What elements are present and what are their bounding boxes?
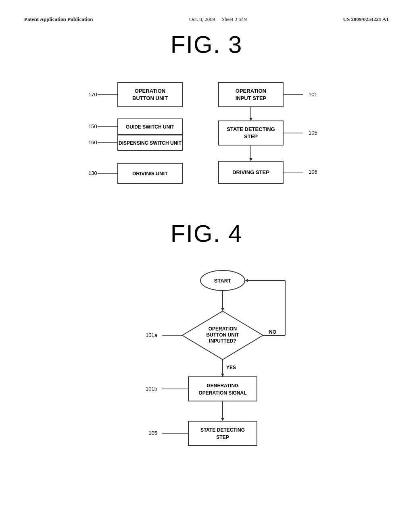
header-date: Oct. 8, 2009: [189, 16, 215, 22]
svg-text:INPUT STEP: INPUT STEP: [236, 95, 267, 101]
svg-marker-20: [249, 158, 252, 161]
fig3-svg: OPERATION BUTTON UNIT GUIDE SWITCH UNIT …: [86, 75, 327, 195]
svg-text:DISPENSING SWITCH UNIT: DISPENSING SWITCH UNIT: [119, 140, 182, 146]
svg-text:106: 106: [309, 169, 317, 175]
svg-text:STATE DETECTING: STATE DETECTING: [200, 427, 245, 433]
header-left: Patent Application Publication: [24, 16, 93, 23]
svg-text:OPERATION: OPERATION: [209, 326, 237, 332]
svg-text:DRIVING UNIT: DRIVING UNIT: [132, 170, 168, 177]
svg-text:BUTTON UNIT: BUTTON UNIT: [132, 95, 168, 101]
fig3-title: FIG. 3: [24, 31, 389, 58]
fig4-title: FIG. 4: [24, 220, 389, 247]
svg-marker-45: [221, 374, 224, 377]
svg-text:DRIVING STEP: DRIVING STEP: [232, 169, 269, 175]
svg-text:NO: NO: [269, 329, 276, 335]
svg-text:STEP: STEP: [216, 434, 229, 440]
svg-rect-51: [188, 377, 257, 401]
fig4-container: START OPERATION BUTTON UNIT INPUTTED? NO…: [24, 264, 389, 489]
svg-rect-0: [118, 83, 182, 107]
svg-text:105: 105: [148, 430, 157, 436]
page: Patent Application Publication Oct. 8, 2…: [0, 0, 413, 532]
svg-text:INPUTTED?: INPUTTED?: [209, 338, 236, 344]
svg-marker-18: [249, 118, 252, 121]
svg-text:BUTTON UNIT: BUTTON UNIT: [206, 332, 239, 338]
header: Patent Application Publication Oct. 8, 2…: [24, 16, 389, 23]
svg-text:150: 150: [88, 123, 97, 129]
fig3-diagram: OPERATION BUTTON UNIT GUIDE SWITCH UNIT …: [86, 75, 327, 195]
svg-text:160: 160: [88, 139, 97, 145]
svg-text:STEP: STEP: [244, 133, 258, 139]
svg-text:GENERATING: GENERATING: [206, 383, 238, 389]
fig3-container: OPERATION BUTTON UNIT GUIDE SWITCH UNIT …: [24, 75, 389, 195]
svg-rect-12: [219, 121, 283, 145]
svg-rect-9: [219, 83, 283, 107]
svg-text:OPERATION: OPERATION: [236, 88, 266, 94]
fig4-svg: START OPERATION BUTTON UNIT INPUTTED? NO…: [126, 264, 319, 497]
svg-text:START: START: [214, 278, 231, 284]
fig4-diagram: START OPERATION BUTTON UNIT INPUTTED? NO…: [126, 264, 287, 489]
svg-text:101: 101: [309, 91, 317, 98]
svg-marker-38: [221, 308, 224, 311]
svg-rect-56: [188, 421, 257, 445]
svg-text:GUIDE SWITCH UNIT: GUIDE SWITCH UNIT: [126, 124, 175, 130]
svg-text:101a: 101a: [146, 332, 158, 338]
svg-text:130: 130: [88, 170, 97, 176]
svg-text:OPERATION: OPERATION: [135, 88, 165, 94]
svg-text:YES: YES: [226, 365, 236, 370]
svg-text:170: 170: [88, 91, 97, 98]
svg-text:101b: 101b: [146, 386, 157, 392]
header-right: US 2009/0254221 A1: [343, 16, 389, 23]
svg-marker-55: [221, 418, 224, 421]
svg-text:OPERATION SIGNAL: OPERATION SIGNAL: [198, 390, 246, 396]
header-center: Oct. 8, 2009 Sheet 3 of 9: [189, 16, 247, 23]
header-sheet: Sheet 3 of 9: [222, 16, 247, 22]
svg-text:STATE DETECTING: STATE DETECTING: [227, 126, 275, 132]
svg-text:105: 105: [309, 130, 317, 136]
svg-marker-50: [245, 279, 248, 282]
